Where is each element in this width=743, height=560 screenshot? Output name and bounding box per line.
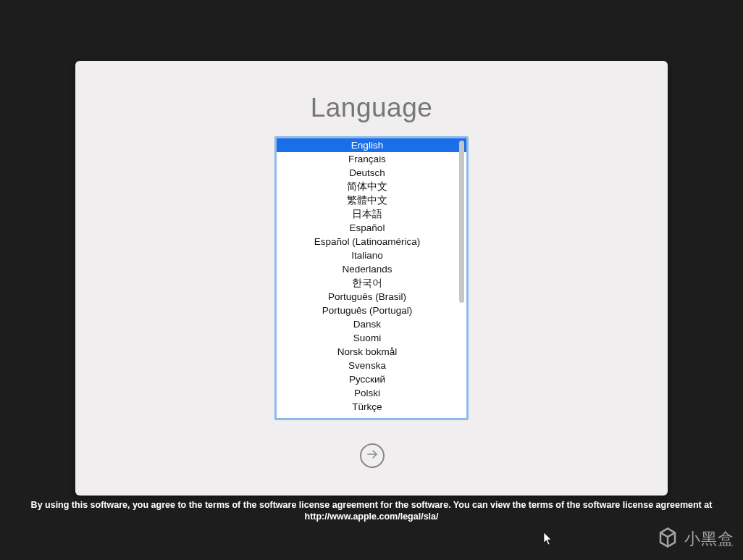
language-option[interactable]: Português (Portugal) [277, 304, 466, 317]
language-option[interactable]: Français [277, 152, 466, 166]
language-option[interactable]: Svenska [277, 359, 466, 372]
language-option[interactable]: Español [277, 221, 466, 235]
page-title: Language [75, 93, 668, 123]
language-option[interactable]: Suomi [277, 331, 466, 345]
language-option[interactable]: 简体中文 [277, 180, 466, 193]
language-option[interactable]: Polski [277, 386, 466, 400]
language-option[interactable]: 한국어 [277, 276, 466, 290]
language-option[interactable]: Deutsch [277, 166, 466, 180]
scrollbar-thumb[interactable] [459, 141, 464, 303]
language-option[interactable]: Português (Brasil) [277, 290, 466, 304]
language-option[interactable]: 日本語 [277, 207, 466, 221]
mouse-cursor-icon [544, 532, 553, 546]
language-option[interactable]: English [277, 138, 466, 152]
language-option[interactable]: Русский [277, 372, 466, 386]
language-option[interactable]: Dansk [277, 317, 466, 331]
watermark: 小黑盒 [657, 527, 734, 551]
language-list[interactable]: EnglishFrançaisDeutsch简体中文繁體中文日本語Español… [274, 136, 469, 420]
setup-panel: Language EnglishFrançaisDeutsch简体中文繁體中文日… [75, 61, 668, 496]
language-option[interactable]: Nederlands [277, 262, 466, 276]
language-option[interactable]: Türkçe [277, 400, 466, 414]
language-list-inner: EnglishFrançaisDeutsch简体中文繁體中文日本語Español… [277, 138, 466, 418]
language-option[interactable]: Italiano [277, 248, 466, 262]
watermark-text: 小黑盒 [684, 528, 734, 550]
language-option[interactable]: 繁體中文 [277, 193, 466, 207]
watermark-icon [657, 527, 679, 551]
language-option[interactable]: Norsk bokmål [277, 345, 466, 359]
continue-button[interactable] [360, 443, 385, 468]
arrow-right-icon [366, 448, 379, 464]
language-option[interactable]: Español (Latinoamérica) [277, 235, 466, 248]
legal-text: By using this software, you agree to the… [0, 499, 743, 522]
